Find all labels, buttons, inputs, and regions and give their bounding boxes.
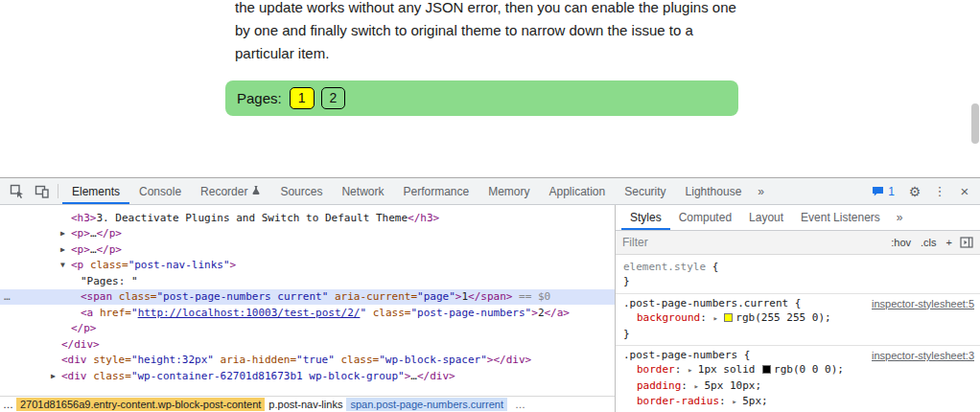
- scrollbar-thumb[interactable]: [971, 103, 979, 144]
- dom-token: ": [131, 307, 138, 319]
- style-rule: .post-page-numbers.current {inspector-st…: [616, 293, 980, 345]
- color-swatch[interactable]: [724, 313, 733, 322]
- dom-tree-line[interactable]: ▶<p>…</p>: [0, 241, 615, 258]
- expand-longhand-icon[interactable]: ▸: [688, 365, 698, 375]
- devtools-panel: ElementsConsoleRecorderSourcesNetworkPer…: [0, 177, 980, 412]
- expand-longhand-icon[interactable]: ▸: [732, 397, 742, 406]
- dom-tree-line[interactable]: ▶<div class="wp-container-62701d81673b1 …: [0, 368, 615, 384]
- class-toggle[interactable]: .cls: [921, 237, 937, 248]
- dom-token: </div>: [493, 354, 531, 366]
- styles-toggles: :hov.cls+: [891, 237, 952, 248]
- dom-token: </p>: [97, 227, 123, 240]
- styles-tab-computed[interactable]: Computed: [670, 205, 740, 230]
- breadcrumb-overflow-right[interactable]: …: [512, 399, 528, 410]
- dom-token: <h3>: [71, 212, 97, 224]
- dom-token: "post-page-numbers current": [157, 290, 329, 303]
- styles-more-chevron-icon[interactable]: »: [889, 205, 911, 230]
- tab-recorder[interactable]: Recorder: [191, 178, 270, 204]
- dom-token: class=: [366, 307, 410, 319]
- tab-elements[interactable]: Elements: [62, 178, 129, 204]
- rule-selector-line[interactable]: .post-page-numbers {inspector-stylesheet…: [616, 348, 980, 362]
- styles-tab-styles[interactable]: Styles: [621, 205, 670, 230]
- new-style-rule-button[interactable]: +: [946, 237, 952, 248]
- dom-tree-line[interactable]: "Pages: ": [0, 273, 615, 289]
- expand-arrow-icon[interactable]: ▶: [60, 229, 71, 238]
- breadcrumb-overflow-left[interactable]: …: [0, 399, 16, 410]
- rule-selector-line[interactable]: element.style {: [616, 260, 980, 274]
- dom-token: 3. Deactivate Plugins and Switch to Defa…: [97, 212, 408, 224]
- line-menu-icon[interactable]: …: [4, 290, 11, 303]
- dom-token: >: [405, 370, 411, 382]
- settings-gear-icon[interactable]: ⚙: [903, 184, 926, 199]
- more-options-icon[interactable]: ⋮: [928, 184, 951, 198]
- devtools-main: <h3>3. Deactivate Plugins and Switch to …: [0, 205, 980, 412]
- tab-sources[interactable]: Sources: [270, 178, 332, 204]
- breadcrumb-item[interactable]: span.post-page-numbers.current: [346, 398, 507, 411]
- dom-token: href=: [100, 307, 131, 319]
- tab-lighthouse[interactable]: Lighthouse: [676, 178, 752, 204]
- page-numbers: 12: [290, 87, 346, 109]
- dom-token: "height:32px": [131, 354, 214, 366]
- dom-tree-line[interactable]: <h3>3. Deactivate Plugins and Switch to …: [0, 210, 615, 226]
- close-devtools-icon[interactable]: ×: [953, 183, 976, 199]
- browser-page: the update works without any JSON error,…: [0, 0, 980, 177]
- css-property[interactable]: border-radius: ▸ 5px;: [616, 394, 980, 409]
- tab-network[interactable]: Network: [332, 178, 393, 204]
- open-brace: {: [706, 261, 718, 273]
- expand-longhand-icon[interactable]: ▸: [694, 381, 705, 391]
- tab-console[interactable]: Console: [129, 178, 191, 204]
- collapse-arrow-icon[interactable]: ▼: [60, 261, 71, 269]
- page-scrollbar[interactable]: [971, 0, 979, 177]
- styles-filter-input[interactable]: [622, 236, 883, 249]
- tab-security[interactable]: Security: [615, 178, 675, 204]
- tab-label: Application: [549, 185, 606, 198]
- open-brace: {: [737, 349, 750, 361]
- tab-performance[interactable]: Performance: [393, 178, 478, 204]
- inspect-element-icon[interactable]: [4, 178, 29, 204]
- dom-tree-line[interactable]: ▼<p class="post-nav-links">: [0, 258, 615, 274]
- issues-counter-button[interactable]: 1: [865, 185, 901, 198]
- stylesheet-link[interactable]: inspector-stylesheet:5: [872, 297, 974, 311]
- more-tabs-chevron-icon[interactable]: »: [751, 178, 771, 204]
- dom-token: "wp-container-62701d81673b1 wp-block-gro…: [131, 370, 405, 382]
- dom-tree-line[interactable]: </p>: [0, 321, 615, 337]
- dom-token: aria-current=: [328, 290, 417, 303]
- color-swatch[interactable]: [762, 365, 771, 374]
- expand-longhand-icon[interactable]: ▸: [712, 313, 723, 323]
- dom-token: >: [455, 290, 462, 303]
- style-rule: element.style {}: [616, 258, 980, 293]
- css-property[interactable]: padding: ▸ 5px 10px;: [616, 378, 980, 394]
- tab-label: Performance: [403, 185, 469, 198]
- page-paragraph: the update works without any JSON error,…: [235, 0, 741, 65]
- dom-tree-line[interactable]: </div>: [0, 336, 615, 353]
- expand-arrow-icon[interactable]: ▶: [60, 245, 71, 254]
- breadcrumb-item[interactable]: 2701d81656a9.entry-content.wp-block-post…: [16, 398, 265, 411]
- flask-icon: [251, 185, 261, 198]
- styles-tab-event-listeners[interactable]: Event Listeners: [792, 205, 889, 230]
- rule-selector-line[interactable]: .post-page-numbers.current {inspector-st…: [616, 296, 980, 310]
- dom-tree-line[interactable]: <div style="height:32px" aria-hidden="tr…: [0, 353, 615, 369]
- breadcrumb-item[interactable]: p.post-nav-links: [265, 398, 346, 411]
- tab-memory[interactable]: Memory: [478, 178, 539, 204]
- issues-count: 1: [888, 185, 895, 198]
- dom-token: class=: [90, 259, 128, 271]
- pseudo-state-toggle[interactable]: :hov: [891, 237, 911, 248]
- expand-arrow-icon[interactable]: ▶: [51, 372, 61, 380]
- stylesheet-link[interactable]: inspector-stylesheet:3: [872, 349, 974, 363]
- css-property[interactable]: background: ▸ rgb(255 255 0);: [616, 310, 980, 326]
- css-property[interactable]: border: ▸ 1px solid rgb(0 0 0);: [616, 362, 980, 378]
- tab-application[interactable]: Application: [540, 178, 616, 204]
- css-property-name: border-radius: [637, 395, 719, 407]
- dom-token: <div: [61, 354, 93, 366]
- dom-tree-line[interactable]: <a href="http://localhost:10003/test-pos…: [0, 305, 615, 321]
- page-number-1[interactable]: 1: [290, 87, 315, 109]
- toggle-sidebar-icon[interactable]: [960, 237, 973, 248]
- device-toolbar-icon[interactable]: [29, 178, 54, 204]
- page-number-2[interactable]: 2: [321, 87, 346, 109]
- styles-tab-layout[interactable]: Layout: [740, 205, 792, 230]
- breadcrumb: …2701d81656a9.entry-content.wp-block-pos…: [0, 396, 615, 412]
- dom-tree-line[interactable]: ▶<p>…</p>: [0, 226, 615, 242]
- dom-token: >: [487, 354, 494, 366]
- close-brace: }: [616, 327, 980, 341]
- dom-tree-line[interactable]: …<span class="post-page-numbers current"…: [0, 289, 615, 306]
